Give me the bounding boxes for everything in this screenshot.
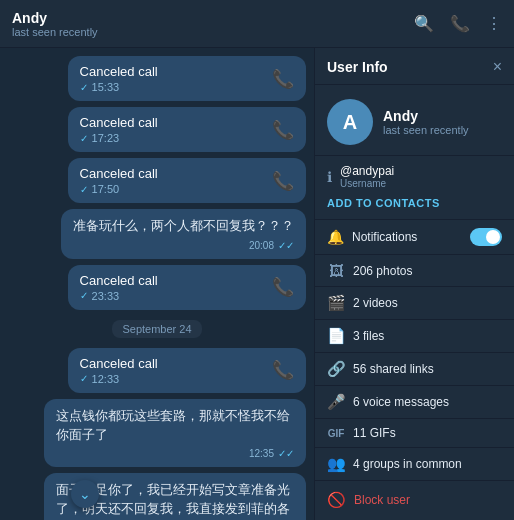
stat-videos-label: 2 videos	[353, 296, 398, 310]
call-time-row-2: ✓ 17:23	[80, 132, 158, 144]
msg-check-1: ✓✓	[278, 240, 294, 251]
call-label-2: Canceled call	[80, 115, 158, 130]
username-text: @andypai	[340, 164, 394, 178]
username-label: Username	[340, 178, 394, 189]
call-label-3: Canceled call	[80, 166, 158, 181]
call-phone-icon-4[interactable]: 📞	[272, 276, 294, 298]
toggle-knob	[486, 230, 500, 244]
username-block: @andypai Username	[340, 164, 394, 189]
link-icon: 🔗	[327, 360, 345, 378]
block-user-row[interactable]: 🚫 Block user	[315, 481, 514, 519]
call-label-4: Canceled call	[80, 273, 158, 288]
check-icon-1: ✓	[80, 82, 88, 93]
call-time-2: 17:23	[92, 132, 120, 144]
stat-voice-label: 6 voice messages	[353, 395, 449, 409]
more-icon[interactable]: ⋮	[486, 14, 502, 33]
avatar: A	[327, 99, 373, 145]
call-bubble-5: Canceled call ✓ 12:33 📞	[68, 348, 306, 393]
user-info-sidebar: User Info × A Andy last seen recently ℹ …	[314, 48, 514, 520]
call-time-row-4: ✓ 23:33	[80, 290, 158, 302]
msg-text-2: 这点钱你都玩这些套路，那就不怪我不给你面子了	[56, 407, 294, 445]
user-name: Andy	[383, 108, 469, 124]
header-title: Andy last seen recently	[12, 10, 414, 38]
gif-icon: GIF	[327, 428, 345, 439]
call-info-2: Canceled call ✓ 17:23	[80, 115, 158, 144]
call-time-5: 12:33	[92, 373, 120, 385]
stat-files-label: 3 files	[353, 329, 384, 343]
call-time-row-3: ✓ 17:50	[80, 183, 158, 195]
stat-links-label: 56 shared links	[353, 362, 434, 376]
stat-photos-label: 206 photos	[353, 264, 412, 278]
chat-area: Canceled call ✓ 15:33 📞 Canceled call ✓ …	[0, 48, 314, 520]
user-status: last seen recently	[383, 124, 469, 136]
chat-header: Andy last seen recently 🔍 📞 ⋮	[0, 0, 514, 48]
chat-status: last seen recently	[12, 26, 414, 38]
search-icon[interactable]: 🔍	[414, 14, 434, 33]
call-bubble-4: Canceled call ✓ 23:33 📞	[68, 265, 306, 310]
notifications-label: Notifications	[352, 230, 417, 244]
call-bubble-3: Canceled call ✓ 17:50 📞	[68, 158, 306, 203]
msg-text-1: 准备玩什么，两个人都不回复我？？？	[73, 217, 294, 236]
call-info-4: Canceled call ✓ 23:33	[80, 273, 158, 302]
add-contacts-button[interactable]: ADD TO CONTACTS	[327, 195, 502, 211]
main-content: Canceled call ✓ 15:33 📞 Canceled call ✓ …	[0, 48, 514, 520]
phone-icon[interactable]: 📞	[450, 14, 470, 33]
msg-time-1: 20:08	[249, 240, 274, 251]
stat-files[interactable]: 📄 3 files	[315, 320, 514, 353]
check-icon-2: ✓	[80, 133, 88, 144]
msg-time-2: 12:35	[249, 448, 274, 459]
mic-icon: 🎤	[327, 393, 345, 411]
call-time-4: 23:33	[92, 290, 120, 302]
call-phone-icon-5[interactable]: 📞	[272, 359, 294, 381]
call-info-1: Canceled call ✓ 15:33	[80, 64, 158, 93]
block-icon: 🚫	[327, 491, 346, 509]
group-icon: 👥	[327, 455, 345, 473]
msg-footer-1: 20:08 ✓✓	[73, 240, 294, 251]
stat-voice[interactable]: 🎤 6 voice messages	[315, 386, 514, 419]
notifications-row: 🔔 Notifications	[315, 220, 514, 255]
date-separator-1: September 24	[112, 320, 201, 338]
sidebar-header: User Info ×	[315, 48, 514, 85]
chat-wrapper: Canceled call ✓ 15:33 📞 Canceled call ✓ …	[0, 48, 314, 520]
chat-name: Andy	[12, 10, 414, 26]
call-time-1: 15:33	[92, 81, 120, 93]
call-bubble-2: Canceled call ✓ 17:23 📞	[68, 107, 306, 152]
notifications-left: 🔔 Notifications	[327, 229, 417, 245]
stat-gifs-label: 11 GIFs	[353, 426, 396, 440]
check-icon-4: ✓	[80, 290, 88, 301]
call-phone-icon-1[interactable]: 📞	[272, 68, 294, 90]
stat-photos[interactable]: 🖼 206 photos	[315, 255, 514, 287]
call-time-row-5: ✓ 12:33	[80, 373, 158, 385]
user-profile: A Andy last seen recently	[315, 85, 514, 156]
info-icon: ℹ	[327, 169, 332, 185]
user-info-text: Andy last seen recently	[383, 108, 469, 136]
call-phone-icon-2[interactable]: 📞	[272, 119, 294, 141]
call-bubble-1: Canceled call ✓ 15:33 📞	[68, 56, 306, 101]
notifications-toggle[interactable]	[470, 228, 502, 246]
header-icons: 🔍 📞 ⋮	[414, 14, 502, 33]
username-section: ℹ @andypai Username ADD TO CONTACTS	[315, 156, 514, 220]
msg-footer-2: 12:35 ✓✓	[56, 448, 294, 459]
video-icon: 🎬	[327, 294, 345, 312]
call-label-1: Canceled call	[80, 64, 158, 79]
check-icon-3: ✓	[80, 184, 88, 195]
call-info-3: Canceled call ✓ 17:50	[80, 166, 158, 195]
stat-videos[interactable]: 🎬 2 videos	[315, 287, 514, 320]
scroll-down-button[interactable]: ⌄	[71, 480, 99, 508]
msg-check-2: ✓✓	[278, 448, 294, 459]
bell-icon: 🔔	[327, 229, 344, 245]
call-info-5: Canceled call ✓ 12:33	[80, 356, 158, 385]
stat-groups-label: 4 groups in common	[353, 457, 462, 471]
call-time-row-1: ✓ 15:33	[80, 81, 158, 93]
sidebar-title: User Info	[327, 59, 388, 75]
call-time-3: 17:50	[92, 183, 120, 195]
stat-groups[interactable]: 👥 4 groups in common	[315, 448, 514, 481]
message-1: 准备玩什么，两个人都不回复我？？？ 20:08 ✓✓	[61, 209, 306, 259]
check-icon-5: ✓	[80, 373, 88, 384]
stat-gifs[interactable]: GIF 11 GIFs	[315, 419, 514, 448]
message-2: 这点钱你都玩这些套路，那就不怪我不给你面子了 12:35 ✓✓	[44, 399, 306, 468]
stat-links[interactable]: 🔗 56 shared links	[315, 353, 514, 386]
call-label-5: Canceled call	[80, 356, 158, 371]
call-phone-icon-3[interactable]: 📞	[272, 170, 294, 192]
close-icon[interactable]: ×	[493, 58, 502, 76]
